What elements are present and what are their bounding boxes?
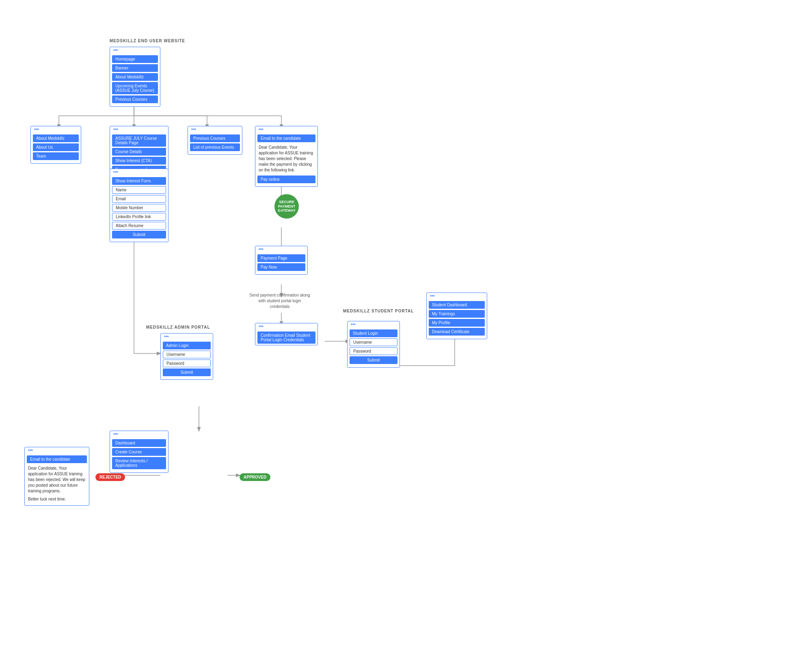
about-team[interactable]: Team (33, 152, 79, 160)
dashboard-card: *** Dashboard Create Course Review Inter… (110, 431, 168, 473)
form-email[interactable]: Email (112, 195, 166, 203)
admin-login-title[interactable]: Admin Login (163, 342, 211, 349)
payment-page-card: *** Payment Page Pay Now (255, 246, 308, 275)
payment-gateway-circle: SECURE PAYMENT GATEWAY (274, 194, 299, 219)
email-selected-card: *** Email to the candidate Dear Candidat… (255, 126, 318, 187)
email-selected-title[interactable]: Email to the candidate (257, 134, 315, 142)
student-dashboard-title[interactable]: Student Dashboard (429, 301, 485, 309)
prev-courses-dots: *** (188, 126, 242, 133)
admin-login-submit[interactable]: Submit (163, 368, 211, 376)
student-login-card: *** Student Login Username Password Subm… (347, 321, 400, 368)
conf-email-title[interactable]: Confirmation Email Student Portal Login … (257, 332, 315, 344)
form-resume[interactable]: Attach Resume (112, 222, 166, 230)
assure-course-details[interactable]: Course Details (112, 148, 166, 156)
assure-dots: *** (110, 126, 168, 133)
end-user-label: MEDSKILLZ END USER WEBSITE (110, 39, 185, 43)
homepage-dots: *** (110, 47, 160, 54)
admin-password[interactable]: Password (163, 360, 211, 367)
assure-show-interest[interactable]: Show Interest (CTA) (112, 157, 166, 165)
admin-portal-label: MEDSKILLZ ADMIN PORTAL (146, 325, 210, 329)
confirmation-email-card: *** Confirmation Email Student Portal Lo… (255, 323, 318, 345)
homepage-previous[interactable]: Previous Courses (112, 95, 158, 103)
previous-courses-card: *** Previous Courses List of previous Ev… (188, 126, 242, 155)
send-confirmation-text: Send payment confirmation along with stu… (249, 292, 310, 310)
create-course-btn[interactable]: Create Course (112, 448, 166, 456)
student-login-title[interactable]: Student Login (350, 329, 397, 337)
rejected-badge: REJECTED (95, 473, 125, 481)
email-rejected-card: *** Email to the candidate Dear Candidat… (24, 447, 89, 506)
about-dots: *** (31, 126, 81, 133)
form-mobile[interactable]: Mobile Number (112, 204, 166, 212)
homepage-title[interactable]: Homepage (112, 55, 158, 63)
conf-email-dots: *** (255, 323, 317, 330)
student-username[interactable]: Username (350, 338, 397, 346)
dashboard-title[interactable]: Dashboard (112, 439, 166, 447)
homepage-about[interactable]: About Medskillz (112, 73, 158, 81)
pay-now-btn[interactable]: Pay Now (257, 263, 305, 271)
interest-form-dots: *** (110, 169, 168, 176)
email-rejected-body2: Better luck next time. (25, 495, 89, 503)
download-certificate-btn[interactable]: Download Certificate (429, 328, 485, 336)
admin-login-card: *** Admin Login Username Password Submit (160, 333, 213, 380)
dashboard-dots: *** (110, 431, 168, 438)
student-login-submit[interactable]: Submit (350, 356, 397, 364)
interest-form-title[interactable]: Show Interest Form (112, 177, 166, 185)
assure-title[interactable]: ASSURE JULY Course Details Page (112, 134, 166, 147)
interest-form-submit[interactable]: Submit (112, 231, 166, 238)
approved-badge: APPROVED (240, 473, 270, 481)
prev-courses-list[interactable]: List of previous Events (190, 143, 240, 151)
student-dashboard-card: *** Student Dashboard My Trainings My Pr… (426, 292, 487, 339)
email-rejected-title[interactable]: Email to the candidate (27, 455, 87, 463)
student-portal-label: MEDSKILLZ STUDENT PORTAL (343, 309, 414, 313)
pay-online-btn[interactable]: Pay online (257, 176, 315, 183)
email-selected-dots: *** (255, 126, 317, 133)
show-interest-form-card: *** Show Interest Form Name Email Mobile… (110, 169, 168, 242)
about-us[interactable]: About Us (33, 143, 79, 151)
prev-courses-title[interactable]: Previous Courses (190, 134, 240, 142)
homepage-upcoming[interactable]: Upcoming Events (ASSUE July Course) (112, 82, 158, 94)
admin-username[interactable]: Username (163, 351, 211, 358)
form-linkedin[interactable]: LinkedIn Profile link (112, 213, 166, 221)
email-rejected-dots: *** (25, 447, 89, 454)
homepage-card: *** Homepage Banner About Medskillz Upco… (110, 47, 160, 107)
my-profile-btn[interactable]: My Profile (429, 319, 485, 327)
student-dashboard-dots: *** (427, 293, 487, 300)
student-password[interactable]: Password (350, 347, 397, 355)
payment-title[interactable]: Payment Page (257, 254, 305, 262)
email-rejected-body: Dear Candidate, Your application for ASS… (25, 464, 89, 495)
my-trainings-btn[interactable]: My Trainings (429, 310, 485, 318)
about-card: *** About Medskillz About Us Team (30, 126, 81, 164)
homepage-banner[interactable]: Banner (112, 64, 158, 72)
form-name[interactable]: Name (112, 186, 166, 194)
payment-dots: *** (255, 246, 307, 253)
student-login-dots: *** (348, 321, 400, 328)
review-interests-btn[interactable]: Review Interests / Applications (112, 457, 166, 469)
about-title[interactable]: About Medskillz (33, 134, 79, 142)
admin-login-dots: *** (161, 334, 213, 340)
email-selected-body: Dear Candidate, Your application for ASS… (255, 143, 317, 174)
